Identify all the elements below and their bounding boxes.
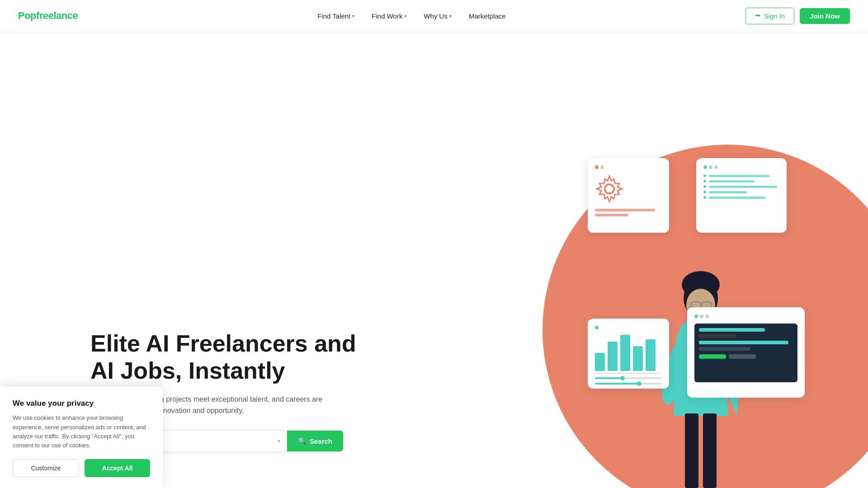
chevron-down-icon: ▾: [449, 14, 452, 19]
chart-bars: [595, 335, 662, 371]
list-line: [709, 191, 747, 193]
svg-point-0: [605, 184, 614, 193]
bar-2: [608, 342, 618, 371]
card-laptop: [687, 307, 805, 398]
bar-1: [595, 353, 605, 371]
list-dot: [703, 196, 706, 199]
svg-rect-9: [703, 413, 717, 488]
signin-icon: ⮕: [755, 12, 761, 19]
nav-marketplace[interactable]: Marketplace: [462, 9, 512, 23]
nav-find-work[interactable]: Find Work ▾: [365, 9, 413, 23]
slider-track-1: [595, 377, 662, 379]
laptop-screen: [694, 324, 797, 382]
list-item: [703, 174, 779, 177]
card-dots-3: [595, 326, 662, 329]
card-list: [696, 158, 787, 233]
list-dot: [703, 185, 706, 188]
laptop-btn-gray: [729, 354, 756, 359]
laptop-row: [699, 341, 788, 344]
accept-all-button[interactable]: Accept All: [85, 459, 150, 477]
bar-5: [646, 339, 656, 371]
laptop-row: [699, 328, 765, 332]
list-item: [703, 185, 779, 188]
laptop-row: [699, 334, 736, 338]
dot-gray: [600, 165, 604, 169]
list-dot: [703, 174, 706, 177]
card-lines: [595, 209, 662, 216]
slider-fill-2: [595, 383, 638, 385]
joinnow-button[interactable]: Join Now: [800, 8, 850, 24]
dot-blue-3: [694, 314, 698, 318]
cookie-text: We use cookies to enhance your browsing …: [13, 413, 150, 450]
dot-gray-3: [714, 165, 718, 169]
chart-slider-2: [595, 383, 662, 385]
nav-actions: ⮕ Sign In Join Now: [745, 8, 850, 24]
card-dots-4: [694, 314, 797, 318]
list-item: [703, 196, 779, 199]
laptop-row: [699, 347, 750, 351]
list-item: [703, 180, 779, 183]
nav-why-us[interactable]: Why Us ▾: [417, 9, 458, 23]
card-gear: [588, 158, 669, 233]
gear-icon: [595, 174, 624, 203]
dot-blue: [703, 165, 707, 169]
list-dot: [703, 191, 706, 193]
dot-gray-5: [705, 314, 709, 318]
search-icon: 🔍: [298, 437, 307, 445]
chart-slider: [595, 377, 662, 379]
brand-logo[interactable]: Popfreelance: [18, 10, 78, 22]
card-dots-2: [703, 165, 779, 169]
nav-find-talent[interactable]: Find Talent ▾: [311, 9, 361, 23]
list-line: [709, 180, 755, 183]
dot-gray-2: [709, 165, 712, 169]
dot-gray-4: [700, 314, 703, 318]
search-button[interactable]: 🔍 Search: [287, 431, 343, 451]
card-chart: [588, 319, 669, 389]
card-dots: [595, 165, 662, 169]
list-dot: [703, 180, 706, 183]
chevron-down-icon: ▾: [278, 438, 280, 444]
nav-links: Find Talent ▾ Find Work ▾ Why Us ▾ Marke…: [311, 9, 512, 23]
chevron-down-icon: ▾: [352, 14, 354, 19]
hero-illustration: [470, 136, 868, 488]
svg-rect-8: [685, 413, 698, 488]
slider-handle: [620, 376, 625, 380]
chart-baseline: [595, 373, 662, 374]
chevron-down-icon: ▾: [404, 14, 406, 19]
signin-button[interactable]: ⮕ Sign In: [745, 8, 795, 24]
list-items: [703, 174, 779, 199]
cookie-banner: We value your privacy We use cookies to …: [0, 386, 163, 488]
list-line: [709, 175, 769, 177]
list-line: [709, 197, 766, 199]
dot-red: [595, 165, 599, 169]
dot-blue-2: [595, 326, 599, 329]
slider-handle-2: [637, 381, 642, 386]
laptop-btn-row: [699, 354, 793, 359]
list-line: [709, 186, 777, 188]
customize-button[interactable]: Customize: [13, 459, 79, 477]
hero-title: Elite AI Freelancers and Elite AI Freela…: [90, 330, 356, 385]
list-item: [703, 191, 779, 193]
cookie-title: We value your privacy: [13, 399, 150, 408]
slider-fill: [595, 377, 622, 379]
laptop-btn-green: [699, 354, 726, 359]
navbar: Popfreelance Find Talent ▾ Find Work ▾ W…: [0, 0, 868, 32]
cookie-actions: Customize Accept All: [13, 459, 150, 477]
bar-3: [620, 335, 630, 371]
bar-4: [633, 346, 643, 371]
slider-track-2: [595, 383, 662, 385]
